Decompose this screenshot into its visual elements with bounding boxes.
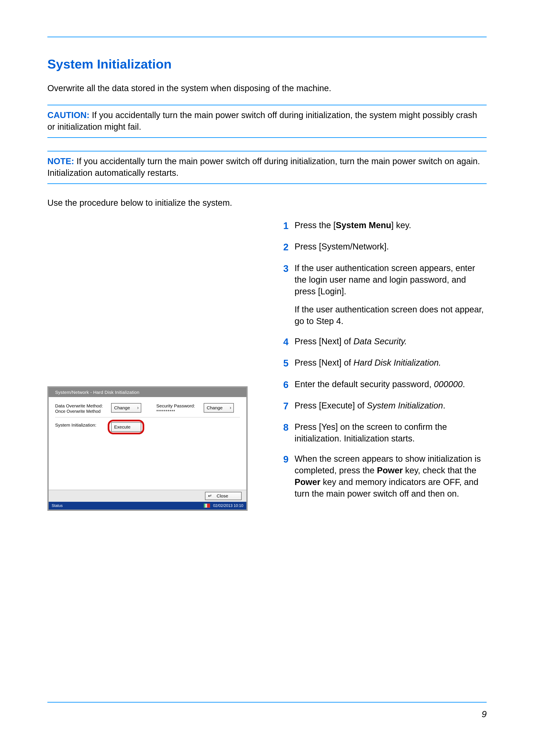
return-icon: ↵ bbox=[208, 493, 212, 499]
execute-button-label: Execute bbox=[114, 424, 131, 430]
security-password-label: Security Password: bbox=[156, 403, 204, 409]
note-text: If you accidentally turn the main power … bbox=[47, 156, 480, 177]
step-number: 1 bbox=[273, 219, 294, 232]
step-3-text: If the user authentication screen appear… bbox=[294, 262, 487, 327]
caution-callout: CAUTION: If you accidentally turn the ma… bbox=[47, 105, 487, 138]
intro-paragraph: Overwrite all the data stored in the sys… bbox=[47, 82, 487, 94]
change-password-label: Change bbox=[207, 405, 223, 410]
device-panel: System/Network - Hard Disk Initializatio… bbox=[47, 386, 248, 511]
top-divider bbox=[47, 37, 487, 37]
step-number: 6 bbox=[273, 378, 294, 391]
device-titlebar: System/Network - Hard Disk Initializatio… bbox=[49, 388, 246, 397]
change-overwrite-label: Change bbox=[114, 405, 130, 410]
step-number: 4 bbox=[273, 336, 294, 348]
step-9-text: When the screen appears to show initiali… bbox=[294, 453, 487, 500]
step-2-text: Press [System/Network]. bbox=[294, 241, 487, 253]
step-8-text: Press [Yes] on the screen to confirm the… bbox=[294, 421, 487, 444]
chevron-right-icon: › bbox=[230, 405, 231, 411]
system-init-label: System Initialization: bbox=[55, 422, 111, 428]
note-callout: NOTE: If you accidentally turn the main … bbox=[47, 151, 487, 184]
caution-lead: CAUTION: bbox=[47, 110, 89, 120]
step-number: 2 bbox=[273, 241, 294, 253]
step-5-text: Press [Next] of Hard Disk Initialization… bbox=[294, 357, 487, 369]
status-datetime: 02/02/2013 10:10 bbox=[213, 503, 243, 508]
security-password-mask: ********** bbox=[156, 409, 204, 414]
caution-text: If you accidentally turn the main power … bbox=[47, 110, 477, 131]
change-password-button[interactable]: Change › bbox=[204, 403, 234, 413]
footer-divider bbox=[47, 702, 487, 703]
step-number: 7 bbox=[273, 400, 294, 412]
execute-button[interactable]: Execute bbox=[111, 422, 141, 432]
step-6-text: Enter the default security password, 000… bbox=[294, 378, 487, 391]
step-number: 3 bbox=[273, 262, 294, 327]
step-1-text: Press the [System Menu] key. bbox=[294, 219, 487, 232]
step-number: 8 bbox=[273, 421, 294, 444]
device-statusbar: Status 02/02/2013 10:10 bbox=[49, 502, 246, 509]
leadin-paragraph: Use the procedure below to initialize th… bbox=[47, 197, 487, 208]
flag-icon bbox=[204, 503, 210, 508]
close-button[interactable]: ↵ Close bbox=[205, 492, 242, 500]
step-7-text: Press [Execute] of System Initialization… bbox=[294, 400, 487, 412]
step-4-text: Press [Next] of Data Security. bbox=[294, 336, 487, 348]
note-lead: NOTE: bbox=[47, 156, 74, 166]
step-number: 5 bbox=[273, 357, 294, 369]
step-number: 9 bbox=[273, 453, 294, 500]
section-heading: System Initialization bbox=[47, 57, 487, 71]
overwrite-method-label: Data Overwrite Method: bbox=[55, 403, 111, 409]
status-label: Status bbox=[52, 503, 63, 508]
chevron-right-icon: › bbox=[137, 405, 139, 411]
overwrite-method-value: Once Overwrite Method bbox=[55, 409, 111, 414]
page-number: 9 bbox=[47, 709, 487, 719]
close-button-label: Close bbox=[216, 493, 228, 499]
change-overwrite-button[interactable]: Change › bbox=[111, 403, 141, 413]
